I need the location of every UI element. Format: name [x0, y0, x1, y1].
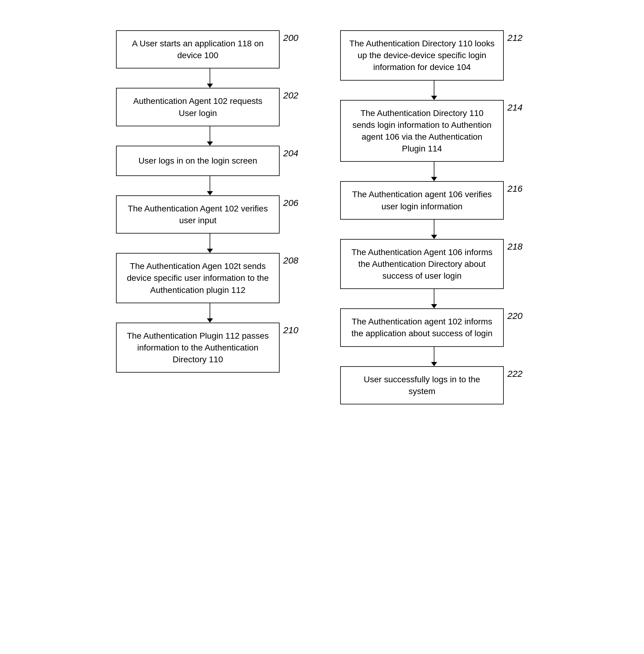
arrow-218: [352, 289, 516, 308]
arrow-200: [128, 68, 292, 88]
step-box-202: Authentication Agent 102 requests User l…: [116, 88, 280, 126]
step-label-212: 212: [507, 33, 523, 43]
step-wrapper-218: The Authentication Agent 106 informs the…: [340, 239, 528, 289]
step-wrapper-222: User successfully logs in to the system2…: [340, 366, 528, 404]
step-label-206: 206: [283, 198, 298, 208]
step-label-214: 214: [507, 102, 523, 113]
step-box-214: The Authentication Directory 110 sends l…: [340, 100, 504, 162]
arrow-206: [128, 234, 292, 253]
arrow-204: [128, 176, 292, 195]
step-label-220: 220: [507, 311, 523, 321]
arrow-head: [431, 304, 437, 308]
step-label-210: 210: [283, 325, 298, 335]
arrow-head: [431, 177, 437, 181]
arrow-head: [431, 96, 437, 100]
arrow-head: [207, 191, 213, 195]
step-wrapper-212: The Authentication Directory 110 looks u…: [340, 30, 528, 80]
arrow-216: [352, 219, 516, 239]
step-box-206: The Authentication Agent 102 verifies us…: [116, 195, 280, 234]
arrow-line: [434, 162, 434, 177]
step-box-212: The Authentication Directory 110 looks u…: [340, 30, 504, 80]
step-wrapper-216: The Authentication agent 106 verifies us…: [340, 181, 528, 219]
step-label-222: 222: [507, 369, 523, 379]
step-wrapper-200: A User starts an application 118 on devi…: [116, 30, 304, 68]
arrow-line: [434, 219, 434, 235]
step-wrapper-210: The Authentication Plugin 112 passes inf…: [116, 323, 304, 373]
step-box-216: The Authentication agent 106 verifies us…: [340, 181, 504, 219]
arrow-head: [431, 235, 437, 239]
step-wrapper-204: User logs in on the login screen204: [116, 146, 304, 176]
step-label-208: 208: [283, 255, 298, 266]
arrow-head: [207, 249, 213, 253]
arrow-line: [210, 303, 210, 318]
step-wrapper-220: The Authentication agent 102 informs the…: [340, 308, 528, 347]
step-label-218: 218: [507, 241, 523, 252]
step-label-202: 202: [283, 90, 298, 100]
arrow-head: [207, 84, 213, 88]
step-wrapper-208: The Authentication Agen 102t sends devic…: [116, 253, 304, 303]
arrow-line: [434, 347, 434, 362]
step-label-216: 216: [507, 184, 523, 194]
step-box-210: The Authentication Plugin 112 passes inf…: [116, 323, 280, 373]
step-box-218: The Authentication Agent 106 informs the…: [340, 239, 504, 289]
arrow-head: [431, 362, 437, 366]
diagram-container: A User starts an application 118 on devi…: [24, 18, 620, 404]
arrow-214: [352, 162, 516, 181]
arrow-line: [434, 289, 434, 304]
arrow-line: [210, 234, 210, 249]
arrow-line: [210, 126, 210, 141]
arrow-220: [352, 347, 516, 366]
step-box-200: A User starts an application 118 on devi…: [116, 30, 280, 68]
arrow-head: [207, 318, 213, 323]
step-box-208: The Authentication Agen 102t sends devic…: [116, 253, 280, 303]
step-wrapper-214: The Authentication Directory 110 sends l…: [340, 100, 528, 162]
arrow-208: [128, 303, 292, 323]
step-box-220: The Authentication agent 102 informs the…: [340, 308, 504, 347]
step-box-222: User successfully logs in to the system: [340, 366, 504, 404]
left-flow-column: A User starts an application 118 on devi…: [116, 30, 304, 373]
step-label-200: 200: [283, 33, 298, 43]
step-wrapper-202: Authentication Agent 102 requests User l…: [116, 88, 304, 126]
arrow-212: [352, 80, 516, 100]
arrow-line: [434, 80, 434, 96]
step-wrapper-206: The Authentication Agent 102 verifies us…: [116, 195, 304, 234]
right-flow-column: The Authentication Directory 110 looks u…: [340, 30, 528, 404]
arrow-202: [128, 126, 292, 146]
arrow-head: [207, 141, 213, 146]
step-label-204: 204: [283, 148, 298, 158]
step-box-204: User logs in on the login screen: [116, 146, 280, 176]
arrow-line: [210, 176, 210, 191]
arrow-line: [210, 68, 210, 84]
